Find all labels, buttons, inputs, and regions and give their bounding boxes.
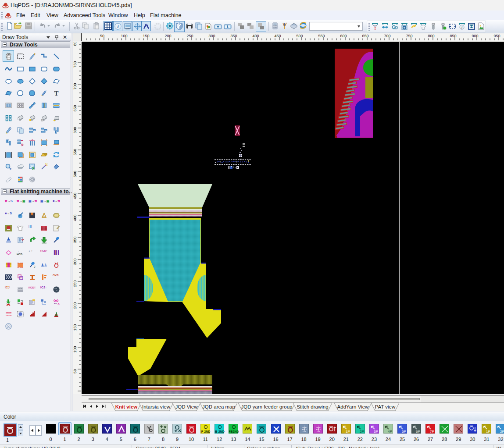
svg-text:icon: icon — [125, 27, 130, 30]
svg-text:200: 200 — [73, 302, 77, 309]
svg-text:600: 600 — [340, 34, 347, 38]
svg-text:750: 750 — [406, 34, 412, 38]
svg-text:F-2ND: F-2ND — [201, 430, 211, 433]
svg-text:950: 950 — [493, 34, 500, 38]
svg-text:1P: 1P — [486, 430, 490, 434]
svg-text:100: 100 — [121, 34, 127, 38]
svg-text:450: 450 — [73, 192, 77, 199]
svg-text:150: 150 — [143, 34, 149, 38]
svg-text:AddYarn View: AddYarn View — [337, 404, 369, 409]
svg-text:900: 900 — [472, 34, 478, 38]
svg-text:Knit view: Knit view — [115, 404, 138, 409]
svg-text:A: A — [43, 215, 45, 217]
svg-text:150: 150 — [73, 324, 77, 331]
svg-text:450: 450 — [274, 34, 281, 38]
svg-text:3P: 3P — [374, 430, 378, 434]
svg-text:400: 400 — [252, 34, 259, 38]
svg-text:2P: 2P — [500, 430, 504, 434]
svg-text:800: 800 — [73, 42, 77, 46]
svg-text:400: 400 — [73, 214, 77, 221]
svg-text:JQD area map: JQD area map — [202, 404, 235, 409]
svg-text:Intarsia view: Intarsia view — [142, 404, 171, 409]
svg-text:550: 550 — [73, 149, 77, 155]
svg-text:250: 250 — [186, 34, 193, 38]
svg-text:✿✿: ✿✿ — [54, 299, 59, 302]
svg-text:50: 50 — [73, 369, 77, 373]
svg-text:250: 250 — [73, 280, 77, 287]
svg-text:JQD View: JQD View — [175, 404, 198, 409]
svg-text:✿: ✿ — [57, 303, 60, 306]
svg-text:700: 700 — [73, 83, 77, 89]
svg-text:2P: 2P — [360, 430, 364, 434]
svg-text:600: 600 — [73, 127, 77, 133]
svg-text:JQD yarn feeder group: JQD yarn feeder group — [241, 404, 293, 409]
svg-text:J: J — [34, 265, 36, 268]
svg-text:750: 750 — [73, 61, 77, 68]
svg-text:FB2ND: FB2ND — [229, 430, 239, 433]
svg-text:700: 700 — [384, 34, 390, 38]
svg-text:350: 350 — [230, 34, 237, 38]
svg-text:650: 650 — [362, 34, 368, 38]
svg-text:50: 50 — [100, 34, 104, 38]
svg-text:Stitch drawing: Stitch drawing — [297, 404, 328, 409]
svg-text:800: 800 — [428, 34, 434, 38]
svg-text:350: 350 — [73, 236, 77, 243]
svg-text:100: 100 — [73, 346, 77, 352]
svg-text:5P: 5P — [402, 430, 406, 434]
svg-text:550: 550 — [318, 34, 325, 38]
svg-text:200: 200 — [164, 34, 171, 38]
svg-text:300: 300 — [208, 34, 215, 38]
svg-text:PAT view: PAT view — [375, 404, 396, 409]
svg-text:500: 500 — [73, 171, 77, 177]
svg-text:6P: 6P — [416, 430, 420, 434]
svg-text:4P: 4P — [388, 430, 392, 434]
svg-text:500: 500 — [296, 34, 303, 38]
svg-text:1P: 1P — [346, 430, 350, 434]
svg-text:7P: 7P — [430, 430, 434, 434]
svg-text:T: T — [54, 90, 58, 97]
svg-text:650: 650 — [73, 105, 77, 111]
svg-text:B-2ND: B-2ND — [215, 430, 224, 433]
svg-text:850: 850 — [450, 34, 456, 38]
svg-text:300: 300 — [73, 258, 77, 265]
